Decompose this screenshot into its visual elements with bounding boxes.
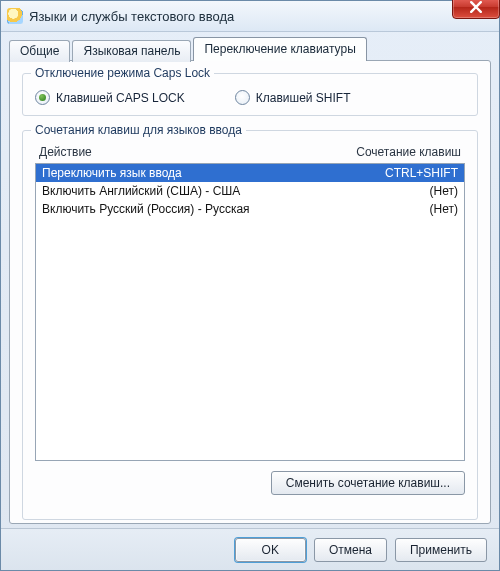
close-icon: [470, 1, 482, 13]
radio-shift-key[interactable]: Клавишей SHIFT: [235, 90, 351, 105]
list-item-action: Включить Русский (Россия) - Русская: [42, 201, 348, 217]
list-item-combo: CTRL+SHIFT: [348, 165, 458, 181]
column-header-action: Действие: [39, 145, 331, 159]
group-capslock: Отключение режима Caps Lock Клавишей CAP…: [22, 73, 478, 116]
radio-capslock-key-label: Клавишей CAPS LOCK: [56, 91, 185, 105]
hotkeys-list-header: Действие Сочетание клавиш: [35, 145, 465, 163]
app-icon: [7, 8, 23, 24]
hotkeys-listbox[interactable]: Переключить язык ввода CTRL+SHIFT Включи…: [35, 163, 465, 461]
radio-dot-icon: [35, 90, 50, 105]
column-header-combo: Сочетание клавиш: [331, 145, 461, 159]
tabstrip: Общие Языковая панель Переключение клави…: [9, 37, 491, 61]
list-item[interactable]: Переключить язык ввода CTRL+SHIFT: [36, 164, 464, 182]
dialog-footer: OK Отмена Применить: [1, 528, 499, 570]
close-button[interactable]: [452, 0, 500, 19]
tabpanel-keyboard-switch: Отключение режима Caps Lock Клавишей CAP…: [9, 60, 491, 524]
list-item-combo: (Нет): [348, 183, 458, 199]
change-button-row: Сменить сочетание клавиш...: [35, 471, 465, 495]
radio-capslock-key[interactable]: Клавишей CAPS LOCK: [35, 90, 185, 105]
ok-button[interactable]: OK: [235, 538, 306, 562]
tab-keyboard-switch[interactable]: Переключение клавиатуры: [193, 37, 366, 61]
titlebar: Языки и службы текстового ввода: [1, 1, 499, 32]
group-capslock-legend: Отключение режима Caps Lock: [31, 66, 214, 80]
list-item[interactable]: Включить Английский (США) - США (Нет): [36, 182, 464, 200]
radio-shift-key-label: Клавишей SHIFT: [256, 91, 351, 105]
cancel-button[interactable]: Отмена: [314, 538, 387, 562]
group-hotkeys: Сочетания клавиш для языков ввода Действ…: [22, 130, 478, 520]
dialog-window: Языки и службы текстового ввода Общие Яз…: [0, 0, 500, 571]
list-item-action: Переключить язык ввода: [42, 165, 348, 181]
tab-language-bar[interactable]: Языковая панель: [72, 40, 191, 62]
tab-general[interactable]: Общие: [9, 40, 70, 62]
radio-dot-icon: [235, 90, 250, 105]
capslock-radio-row: Клавишей CAPS LOCK Клавишей SHIFT: [35, 90, 465, 105]
list-item-action: Включить Английский (США) - США: [42, 183, 348, 199]
apply-button[interactable]: Применить: [395, 538, 487, 562]
window-title: Языки и службы текстового ввода: [29, 9, 234, 24]
list-item-combo: (Нет): [348, 201, 458, 217]
list-item[interactable]: Включить Русский (Россия) - Русская (Нет…: [36, 200, 464, 218]
change-hotkey-button[interactable]: Сменить сочетание клавиш...: [271, 471, 465, 495]
group-hotkeys-legend: Сочетания клавиш для языков ввода: [31, 123, 246, 137]
client-area: Общие Языковая панель Переключение клави…: [9, 37, 491, 524]
